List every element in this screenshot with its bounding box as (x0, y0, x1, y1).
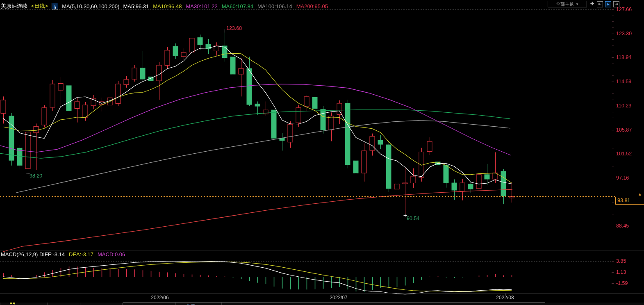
ma-value-label: MA30:101.22 (186, 3, 217, 9)
crosshair-icon[interactable]: ✚ (589, 1, 595, 7)
ma-value-label: MA60:107.84 (222, 3, 253, 9)
redaction-overlay (210, 296, 255, 302)
play-icon[interactable]: ▶ (605, 1, 611, 7)
settings-tab-partial[interactable]: 设置 (187, 303, 196, 305)
axis-divider (0, 293, 644, 294)
price-tick-label: 105.87 (616, 127, 632, 133)
price-tick-label: 101.52 (616, 151, 632, 157)
date-tick-label: 2022/06 (151, 295, 168, 300)
date-tick-label: 2022/07 (330, 295, 347, 300)
macd-tick-label: 1.13 (616, 269, 626, 275)
price-tick-label: 97.16 (616, 175, 629, 181)
pan-left-icon[interactable]: ⇤ (597, 1, 603, 7)
current-price-box: 93.81 (615, 197, 644, 205)
chevron-down-icon: ▼ (576, 2, 579, 6)
theme-dropdown-label: 全部主题 (556, 1, 574, 7)
current-price-arrow-icon: ▲ (638, 192, 642, 196)
pan-right-icon[interactable]: ⇥ (613, 1, 619, 7)
ma-value-label: MA5:96.31 (123, 3, 149, 9)
macd-tick-label: -1.59 (616, 280, 628, 286)
dea-value-label: DEA:-3.17 (69, 251, 93, 257)
top-toolbar: 全部主题 ▼ ✚⇤▶⇥ (548, 1, 619, 7)
chart-application: 美原油连续 <日线> MA(5,10,30,60,100,200) MA5:96… (0, 0, 644, 305)
price-tick-label: 110.23 (616, 103, 631, 109)
ma-values-group: MA5:96.31MA10:96.48MA30:101.22MA60:107.8… (123, 3, 328, 9)
theme-dropdown[interactable]: 全部主题 ▼ (548, 1, 587, 7)
chart-header: 美原油连续 <日线> MA(5,10,30,60,100,200) MA5:96… (1, 2, 328, 10)
price-tick-label: 88.45 (616, 223, 629, 229)
macd-params-label: MACD(26,12,9) DIFF:-3.14 (1, 251, 65, 257)
price-tick-label: 118.94 (616, 55, 631, 60)
price-tick-label: 127.66 (616, 7, 632, 12)
price-tick-label: 114.59 (616, 79, 631, 84)
date-tick-label: 2022/08 (496, 295, 514, 300)
macd-header: MACD(26,12,9) DIFF:-3.14 DEA:-3.17 MACD:… (1, 251, 125, 258)
period-label[interactable]: <日线> (31, 2, 48, 10)
bottom-bar-fragment (13, 303, 15, 304)
macd-tick-label: 3.85 (616, 258, 626, 264)
ma-settings-label: MA(5,10,30,60,100,200) (62, 3, 119, 9)
pane-divider (0, 250, 644, 250)
bottom-bar (0, 303, 644, 305)
symbol-title: 美原油连续 (1, 2, 27, 10)
ma-value-label: MA100:106.14 (257, 3, 292, 9)
ma-value-label: MA200:95.05 (296, 3, 328, 9)
macd-value-label: MACD:0.06 (98, 251, 125, 257)
price-tick-label: 123.30 (616, 31, 632, 36)
annotation-low1: 98.20 (30, 173, 42, 179)
ma-value-label: MA10:96.48 (153, 3, 182, 9)
tool-icons-group: ✚⇤▶⇥ (589, 1, 619, 7)
main-chart-canvas[interactable] (0, 0, 644, 305)
kline-style-icon[interactable] (52, 3, 58, 9)
annotation-low2: 90.54 (407, 216, 419, 221)
annotation-high: 123.68 (226, 25, 242, 31)
bottom-bar-fragment (10, 303, 12, 304)
